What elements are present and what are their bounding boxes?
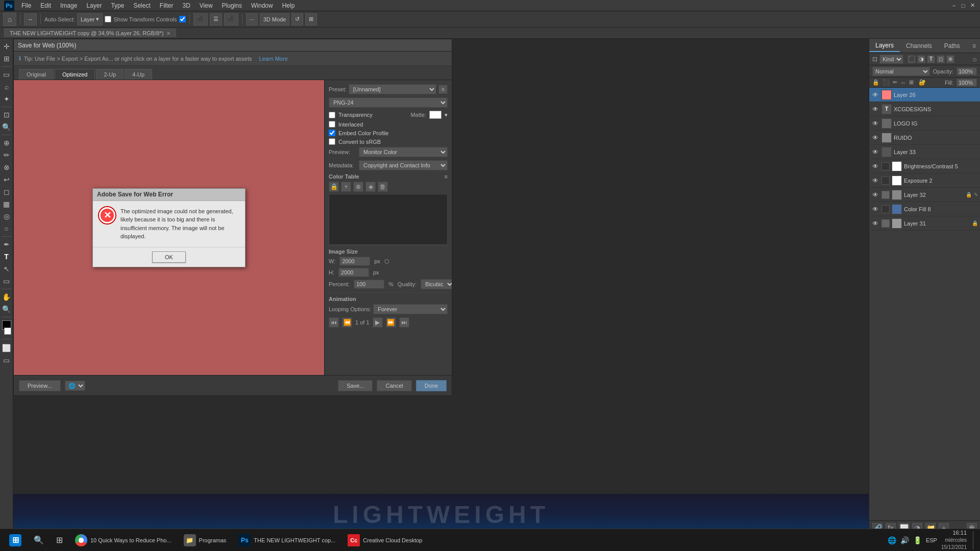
- align-right-btn[interactable]: ⬛: [224, 13, 238, 26]
- menu-edit[interactable]: Edit: [36, 1, 55, 10]
- cancel-button[interactable]: Cancel: [377, 380, 411, 391]
- layer-item-5[interactable]: 👁 Brightness/Contrast 5: [869, 159, 980, 173]
- tool-history[interactable]: ↩: [1, 174, 12, 185]
- menu-view[interactable]: View: [195, 1, 217, 10]
- tool-heal[interactable]: ⊕: [1, 137, 12, 148]
- align-center-btn[interactable]: ☰: [210, 13, 222, 26]
- close-button[interactable]: ✕: [969, 2, 976, 9]
- maximize-button[interactable]: □: [960, 2, 967, 9]
- layer-vis-5[interactable]: 👁: [871, 162, 879, 170]
- chrome-taskbar-btn[interactable]: 10 Quick Ways to Reduce Pho...: [70, 531, 177, 549]
- layer-item-3[interactable]: 👁 RUIDO: [869, 131, 980, 145]
- tool-pen[interactable]: ✒: [1, 239, 12, 250]
- tool-gradient[interactable]: ▦: [1, 198, 12, 210]
- layer-vis-2[interactable]: 👁: [871, 119, 879, 128]
- document-tab[interactable]: THE NEW LIGHTWEIGHT copy @ 34,9% (Layer …: [4, 29, 176, 37]
- transform-checkbox[interactable]: [179, 16, 186, 22]
- 3d-mode-btn[interactable]: 3D Mode: [260, 13, 290, 26]
- preview-button[interactable]: Preview...: [19, 380, 61, 391]
- trash-color-icon[interactable]: 🗑: [378, 182, 388, 192]
- filter-toggle[interactable]: ○: [973, 55, 977, 63]
- menu-file[interactable]: File: [17, 1, 35, 10]
- add-color-icon[interactable]: +: [341, 182, 351, 192]
- auto-select-dropdown[interactable]: Layer ▾: [77, 13, 103, 26]
- layer-item-1[interactable]: 👁 T XCGDESIGNS: [869, 102, 980, 116]
- tool-hand[interactable]: ✋: [1, 291, 12, 303]
- start-button[interactable]: ⊞: [4, 531, 27, 549]
- layer-item-4[interactable]: 👁 Layer 33: [869, 145, 980, 159]
- tab-4up[interactable]: 4-Up: [125, 69, 152, 80]
- ps-taskbar-btn[interactable]: Ps THE NEW LIGHTWEIGHT cop...: [233, 531, 340, 549]
- height-input[interactable]: [338, 268, 369, 277]
- preset-menu-icon[interactable]: ≡: [438, 85, 448, 94]
- more-options-btn[interactable]: ···: [246, 13, 258, 26]
- interlaced-checkbox[interactable]: [329, 121, 335, 128]
- frame-prev-btn[interactable]: ⏪: [342, 317, 352, 328]
- link-dimensions-icon[interactable]: ⬡: [384, 258, 389, 265]
- network-icon[interactable]: 🌐: [888, 536, 896, 544]
- frame-last-btn[interactable]: ⏭: [399, 317, 409, 328]
- tab-optimized[interactable]: Optimized: [55, 69, 95, 80]
- frame-next-btn[interactable]: ⏩: [386, 317, 396, 328]
- layer-vis-4[interactable]: 👁: [871, 148, 879, 156]
- background-color[interactable]: [4, 328, 11, 335]
- tool-screen-mode[interactable]: ▭: [1, 355, 12, 366]
- preset-select[interactable]: [Unnamed]: [349, 84, 436, 94]
- menu-type[interactable]: Type: [107, 1, 128, 10]
- lock-all-btn[interactable]: 🔐: [919, 79, 926, 86]
- transparency-checkbox[interactable]: [329, 112, 335, 118]
- tool-text[interactable]: T: [1, 251, 12, 262]
- lock-all-icon[interactable]: 🔒: [872, 79, 879, 86]
- opacity-input[interactable]: [957, 67, 977, 76]
- filter-smart-icon[interactable]: ⊕: [946, 55, 954, 63]
- move-tool-btn[interactable]: ↔: [24, 13, 37, 26]
- frame-play-btn[interactable]: ▶: [373, 317, 383, 328]
- align-left-btn[interactable]: ⬛: [193, 13, 208, 26]
- tool-zoom[interactable]: 🔍: [1, 304, 12, 315]
- tool-magic-wand[interactable]: ✦: [1, 93, 12, 105]
- save-button[interactable]: Save...: [338, 380, 373, 391]
- menu-image[interactable]: Image: [56, 1, 81, 10]
- metadata-select[interactable]: Copyright and Contact Info: [359, 160, 448, 170]
- menu-help[interactable]: Help: [278, 1, 299, 10]
- snap-color-icon[interactable]: ◈: [365, 182, 376, 192]
- format-select[interactable]: PNG-24: [329, 97, 448, 108]
- tab-layers[interactable]: Layers: [869, 40, 900, 52]
- taskbar-clock[interactable]: 16:11 miércoles 15/12/2021: [941, 529, 967, 551]
- tool-lasso[interactable]: ⌕: [1, 81, 12, 92]
- error-ok-button[interactable]: OK: [152, 252, 186, 263]
- tool-eyedropper[interactable]: 🔍: [1, 121, 12, 133]
- show-desktop-btn[interactable]: [973, 531, 976, 549]
- tab-paths[interactable]: Paths: [938, 40, 966, 52]
- layer-item-2[interactable]: 👁 LOGO IG: [869, 116, 980, 131]
- filter-shape-icon[interactable]: ◻: [937, 55, 945, 63]
- lock-move-icon[interactable]: ↔: [900, 80, 906, 86]
- filter-type-select[interactable]: Kind: [879, 55, 903, 64]
- preview-select[interactable]: Monitor Color: [359, 147, 448, 157]
- tool-mask[interactable]: ⬜: [1, 342, 12, 354]
- tool-brush[interactable]: ✏: [1, 149, 12, 161]
- menu-window[interactable]: Window: [247, 1, 277, 10]
- matte-chevron[interactable]: ▾: [445, 112, 448, 118]
- transform-btn2[interactable]: ⊞: [305, 13, 317, 26]
- fill-input[interactable]: [957, 79, 977, 87]
- tool-crop[interactable]: ⊡: [1, 109, 12, 120]
- rotate-btn[interactable]: ↺: [291, 13, 303, 26]
- layer-item-6[interactable]: 👁 Exposure 2: [869, 173, 980, 188]
- convert-srgb-checkbox[interactable]: [329, 138, 335, 145]
- percent-input[interactable]: [354, 280, 384, 289]
- looping-select[interactable]: Forever: [373, 304, 448, 314]
- quality-select[interactable]: Bicubic: [421, 279, 452, 289]
- lock-artboard-icon[interactable]: ⊞: [909, 79, 914, 86]
- done-button[interactable]: Done: [416, 380, 447, 391]
- tool-dodge[interactable]: ○: [1, 223, 12, 234]
- battery-icon[interactable]: 🔋: [913, 536, 922, 544]
- layer-vis-7[interactable]: 👁: [871, 191, 879, 199]
- layer-item-7[interactable]: 👁 Layer 32 🔒 ✎: [869, 188, 980, 202]
- tool-move[interactable]: ✛: [1, 41, 12, 52]
- menu-plugins[interactable]: Plugins: [218, 1, 246, 10]
- width-input[interactable]: [339, 257, 370, 266]
- menu-filter[interactable]: Filter: [156, 1, 178, 10]
- layer-vis-6[interactable]: 👁: [871, 177, 879, 185]
- blend-mode-select[interactable]: Normal: [872, 67, 930, 76]
